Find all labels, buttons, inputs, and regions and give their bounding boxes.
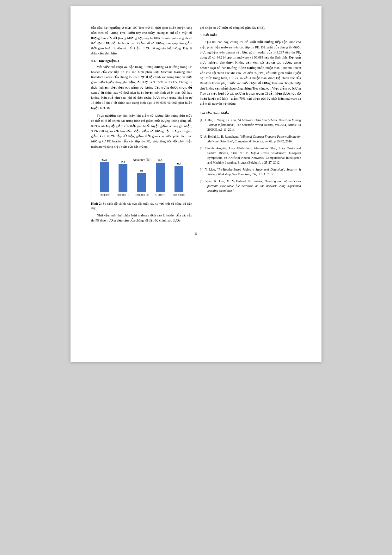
fig-caption-bold: Hình 2: (91, 202, 102, 205)
page: bắt đầu đạt ngưỡng ở mức 100 Tree trở đi… (70, 6, 322, 362)
bar-group: 99.5Y. Liao [4] (151, 159, 169, 196)
references-list: [1] J. Bai, J. Wang, G. Zou, "A Malware … (200, 118, 301, 193)
bar-rect (137, 173, 146, 192)
references-title: Tài liệu tham khảo (200, 111, 301, 115)
bar-value: 99.1 (121, 161, 125, 164)
bar-rect (175, 166, 183, 192)
bar-group: 98.7Vyas et al [5] (169, 162, 188, 196)
ref-item: [1] J. Bai, J. Wang, G. Zou, "A Malware … (200, 118, 301, 132)
section5-title: 5. Kết luận (200, 33, 301, 37)
fig-caption-text: So sánh độ chính xác của đề xuất này so … (91, 202, 192, 210)
two-column-layout: bắt đầu đạt ngưỡng ở mức 100 Tree trở đi… (91, 25, 301, 226)
bar-label: This paper (99, 193, 109, 196)
ref-item: [4] Y. Liao, "Pe-Header-Based Malware St… (200, 167, 301, 177)
bar-rect (119, 164, 127, 192)
bar-rect (156, 163, 165, 192)
bar-group: 99.1J.Bai et al [1] (114, 161, 132, 196)
bar-label: Hellal et al [2] (135, 193, 149, 196)
bar-value: 99.71 (101, 159, 107, 161)
bar-label: Y. Liao [4] (155, 193, 166, 196)
bar-rect (100, 162, 109, 192)
bar-value: 92 (140, 170, 143, 172)
bar-label: Vyas et al [5] (173, 193, 185, 196)
section-heading-44: 4.4. Thực nghiệm 4 (91, 59, 192, 63)
ref-item: [3] Davide Anguita, Luca Ghelardoni, Ale… (200, 146, 301, 165)
page-number: 5 (91, 232, 301, 235)
accuracy-chart: Accuracy (%) 99.71This paper99.1J.Bai et… (91, 154, 192, 199)
bar-chart-area: 99.71This paper99.1J.Bai et al [1]92Hell… (94, 165, 189, 196)
right-column: ghi nhận so với một số công bố gần đây (… (200, 25, 301, 226)
left-para2: Với việc chỉ chọn 44 đặc trưng, tương đư… (91, 65, 192, 111)
bar-value: 98.7 (177, 162, 181, 165)
ref-item: [5] Vyas, R. Luo, X. McFarland, N. Justi… (200, 179, 301, 193)
left-column: bắt đầu đạt ngưỡng ở mức 100 Tree trở đi… (91, 25, 192, 226)
bar-group: 99.71This paper (95, 159, 114, 196)
ref-item: [2] A. Hellal, L. B. Romdhane, "Minimal … (200, 134, 301, 144)
left-para4: Như vậy, mô hình phân loại malware dựa v… (91, 213, 192, 223)
fig-caption: Hình 2: So sánh độ chính xác của đề xuất… (91, 202, 192, 210)
right-para2: Qua bài báo này, chúng tôi đề xuất một h… (200, 40, 301, 106)
right-para1: ghi nhận so với một số công bố gần đây (… (200, 25, 301, 30)
bar-group: 92Hellal et al [2] (132, 170, 151, 196)
bar-value: 99.5 (158, 159, 162, 162)
left-para3: Thực nghiệm này cho thấy, khi giảm số lư… (91, 113, 192, 149)
bar-label: J.Bai et al [1] (117, 193, 129, 196)
left-para1: bắt đầu đạt ngưỡng ở mức 100 Tree trở đi… (91, 25, 192, 56)
